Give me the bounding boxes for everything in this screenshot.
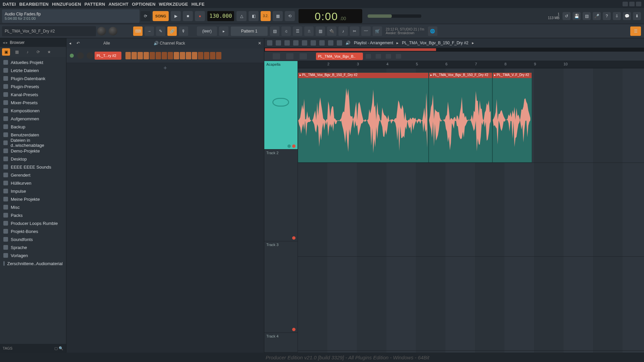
tree-item[interactable]: Impulse xyxy=(0,187,66,195)
minimize-button[interactable] xyxy=(623,2,628,6)
rack-close-icon[interactable]: ✕ xyxy=(258,41,261,46)
pl-zoom-icon[interactable] xyxy=(311,40,316,46)
step-cell[interactable] xyxy=(198,52,203,59)
pencil-icon[interactable] xyxy=(300,53,307,59)
time-display[interactable]: 0:00 .00 xyxy=(299,9,362,23)
channel-pan-knob[interactable] xyxy=(77,52,84,59)
track1-solo-icon[interactable] xyxy=(292,144,296,148)
browser-tree[interactable]: Aktuelles ProjektLetzte DateienPlugin-Da… xyxy=(0,57,66,344)
pl-headphone-icon[interactable] xyxy=(276,40,281,46)
tree-item[interactable]: Plugin-Presets xyxy=(0,82,66,90)
save-icon[interactable]: 💾 xyxy=(573,12,581,20)
close-button[interactable] xyxy=(636,2,641,6)
patt-prev-icon[interactable]: ▸ xyxy=(219,26,228,36)
tool-icon[interactable]: ✂ xyxy=(350,26,359,36)
breadcrumb-1[interactable]: Playlist - Arrangement xyxy=(354,41,393,45)
help-icon[interactable]: ? xyxy=(603,12,611,20)
channel-enable-icon[interactable] xyxy=(70,54,74,58)
tree-item[interactable]: Producer Loops Rumble xyxy=(0,219,66,227)
breadcrumb-2[interactable]: PL_TMA_Vox_Bgv_B_150_F_Dry #2 xyxy=(402,41,468,45)
pl-snap-icon[interactable] xyxy=(328,40,333,46)
step-cell[interactable] xyxy=(210,52,215,59)
step-cell[interactable] xyxy=(144,52,149,59)
link-icon[interactable]: 🔗 xyxy=(167,26,177,36)
arrow-icon[interactable]: → xyxy=(145,26,154,36)
menu-werkzeuge[interactable]: WERKZEUGE xyxy=(159,2,188,7)
tree-item[interactable]: Kanal-Presets xyxy=(0,90,66,99)
step-icon[interactable]: ▦ xyxy=(273,11,283,21)
track-header-3[interactable]: Track 3 xyxy=(264,241,298,333)
audio-clip[interactable]: ▸ PL_TMA_Vox_Bgv_B_150_F_Dry #2 xyxy=(298,72,429,163)
step-cell[interactable] xyxy=(186,52,191,59)
step-cell[interactable] xyxy=(162,52,167,59)
tempo-icon[interactable]: ♪ xyxy=(338,26,348,36)
shop-icon[interactable]: 🛒 xyxy=(373,26,382,36)
track-lane-1[interactable]: ▸ PL_TMA_Vox_Bgv_B_150_F_Dry #2▸ PL_TMA_… xyxy=(298,72,644,163)
browser-star-icon[interactable]: ★ xyxy=(45,48,53,56)
track1-mute-icon[interactable] xyxy=(287,144,291,148)
step-cell[interactable] xyxy=(168,52,173,59)
audio-clip[interactable]: ▸ PL_TMA_V..F_Dry #2 xyxy=(492,72,532,163)
tree-item[interactable]: Aufgenommen xyxy=(0,115,66,123)
pl-link-icon[interactable] xyxy=(284,40,290,46)
countdown-icon[interactable]: ◧ xyxy=(249,11,259,21)
browser-folders-icon[interactable]: ▣ xyxy=(2,48,10,56)
tree-item[interactable]: Packs xyxy=(0,211,66,219)
undo-icon[interactable]: ↺ xyxy=(562,12,571,20)
rack-undo-icon[interactable]: ↶ xyxy=(76,41,80,46)
pl-play-icon[interactable] xyxy=(267,40,272,46)
step-cell[interactable] xyxy=(180,52,185,59)
brush-icon[interactable]: 〰 xyxy=(361,26,371,36)
tree-item[interactable]: Letzte Dateien xyxy=(0,66,66,74)
stop-button[interactable]: ■ xyxy=(183,11,193,21)
metronome-icon[interactable]: △ xyxy=(236,11,247,21)
playlist-grid[interactable]: 2345678910 ▸ PL_TMA_Vox_Bgv_B_150_F_Dry … xyxy=(298,61,644,353)
trackopt-grid-icon[interactable] xyxy=(396,54,401,59)
pattern-selector[interactable]: Pattern 1 xyxy=(231,26,268,36)
pl-sound-icon[interactable] xyxy=(337,40,342,46)
track-lane-2[interactable] xyxy=(298,163,644,257)
master-volume-slider[interactable] xyxy=(368,14,421,18)
chat-icon[interactable]: 💬 xyxy=(623,12,631,20)
pattern-sub[interactable]: (leer) xyxy=(197,26,217,36)
tags-collapse-icon[interactable]: ▢ xyxy=(54,346,58,350)
maximize-button[interactable] xyxy=(629,2,635,6)
clip-picker[interactable]: PL_TMA_Vox_Bgv_B.. xyxy=(316,53,363,60)
download-icon[interactable]: ⬇ xyxy=(633,12,641,20)
tree-item[interactable]: Gerendert xyxy=(0,171,66,179)
loop-icon[interactable]: ⟲ xyxy=(285,11,295,21)
browser-plugins-icon[interactable]: ▦ xyxy=(13,48,21,56)
channel-vol-knob[interactable] xyxy=(87,52,93,59)
trackopt-add-icon[interactable] xyxy=(366,54,371,59)
volume-knob[interactable] xyxy=(109,27,117,36)
step-cell[interactable] xyxy=(131,52,137,59)
tree-item[interactable]: Plugin-Datenbank xyxy=(0,74,66,82)
browser-refresh-icon[interactable]: ⟳ xyxy=(34,48,42,56)
tree-item[interactable]: EEEE EEEE Sounds xyxy=(0,163,66,171)
step-cell[interactable] xyxy=(150,52,155,59)
wavepicker[interactable]: PL_TMA_Vox_50_F_Dry #2 xyxy=(2,26,96,36)
step-cell[interactable] xyxy=(192,52,197,59)
pl-eye-icon[interactable] xyxy=(293,40,299,46)
tree-item[interactable]: Backup xyxy=(0,123,66,131)
rack-back-icon[interactable]: ◂ xyxy=(69,41,71,46)
step-cell[interactable] xyxy=(138,52,143,59)
tree-item[interactable]: Dateien in d..wischenablage xyxy=(0,139,66,147)
step-cell[interactable] xyxy=(174,52,179,59)
tree-item[interactable]: Soundfonts xyxy=(0,235,66,243)
track3-mute-icon[interactable] xyxy=(292,328,296,331)
step-cell[interactable] xyxy=(204,52,209,59)
search-icon[interactable]: 🔍 xyxy=(59,346,63,350)
play-button[interactable]: ▶ xyxy=(171,11,181,21)
menu-hinzufuegen[interactable]: HINZUFüGEN xyxy=(52,2,81,7)
globe-icon[interactable]: 🌐 xyxy=(428,26,437,36)
pl-speaker-icon[interactable]: 🔊 xyxy=(345,41,351,45)
collapse-icon[interactable]: ◂ ▸ xyxy=(3,40,8,45)
track-header-1[interactable]: Acapella xyxy=(264,61,298,149)
tree-item[interactable]: Vorlagen xyxy=(0,251,66,259)
rack-filter[interactable]: Alle xyxy=(103,41,110,46)
browser-audio-icon[interactable]: ♪ xyxy=(23,48,32,56)
tempo-display[interactable]: 130.000 xyxy=(207,11,234,21)
menu-datei[interactable]: DATEI xyxy=(3,2,16,7)
step-sequencer[interactable] xyxy=(125,52,222,59)
